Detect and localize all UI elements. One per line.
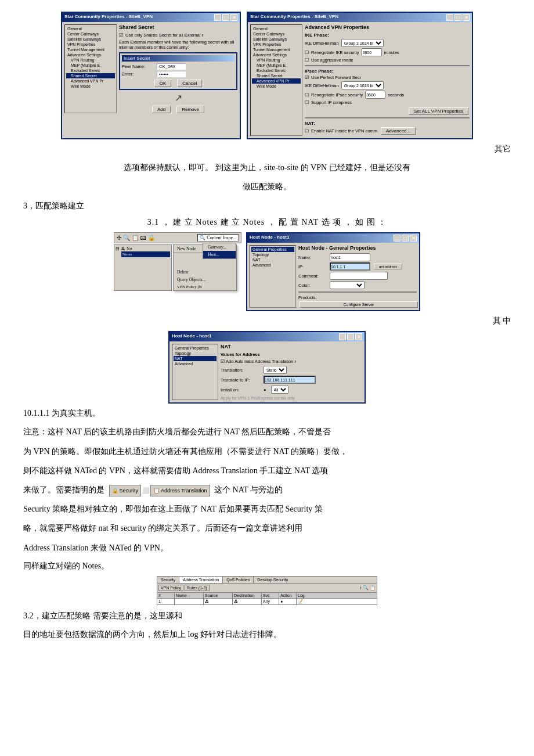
maximize-btn-2[interactable]: □ [454,14,461,21]
color-select[interactable] [330,281,365,289]
advanced-nat-btn[interactable]: Advanced... [381,127,416,135]
nat-nav-nat[interactable]: NAT [174,356,217,361]
host-nav-nat[interactable]: NAT [251,257,294,262]
maximize-btn[interactable]: □ [222,14,229,21]
nav-item-satellite[interactable]: Satellite Gateways [66,37,115,42]
section3-heading: 3，匹配策略建立 [23,201,511,211]
tool-icon-4[interactable]: 🖂 [140,235,146,241]
vpn2-nav-shared[interactable]: Shared Secret [252,73,301,78]
vpn2-nav-adv-vpn[interactable]: Advanced VPN Pr [252,78,301,84]
vpn2-nav-general[interactable]: General [252,26,301,31]
close-btn-2[interactable]: ✕ [463,14,470,21]
tool-icon-1[interactable]: ✢ [117,235,121,241]
tab-qos[interactable]: QoS Policies [223,577,254,583]
nav-item-vpn-routing[interactable]: VPN Routing [66,57,115,63]
tree-area: ⊟ 🖧 No Notes New Node ▶ [114,244,241,291]
nav-item-general[interactable]: General [66,26,115,31]
close-btn[interactable]: ✕ [230,14,237,21]
rules-btn[interactable]: Rules (1-3) [185,585,210,591]
nav-item-wire-mode[interactable]: Wire Mode [66,84,115,89]
host-nav-general[interactable]: General Properties [251,247,294,252]
tab-security[interactable]: Security [157,577,179,583]
translate-to-label: Translate to IP: [221,377,261,383]
vpn2-nav-center[interactable]: Center Gateways [252,31,301,37]
delete-item[interactable]: Delete [174,268,236,276]
host-nav-advanced[interactable]: Advanced [251,262,294,268]
peer-name-value[interactable]: CK_GW [157,63,186,70]
tab-address-translation[interactable]: Address Translation [179,577,223,583]
host-close-btn[interactable]: ✕ [410,235,417,242]
configure-server-button[interactable]: Configure Server [300,301,418,308]
remove-button[interactable]: Remove [176,106,204,113]
nat-nav-advanced[interactable]: Advanced [174,361,217,366]
nat-max-btn[interactable]: □ [347,333,354,340]
host-item[interactable]: Host... [203,251,236,258]
query-objects-item[interactable]: Query Objects... [174,276,236,283]
host-nav-topology[interactable]: Topology [251,252,294,257]
host-comment-input[interactable] [330,272,388,280]
nat-min-btn[interactable]: _ [339,333,346,340]
policy-manager-sim: Security Address Translation QoS Policie… [157,576,377,605]
vpn2-nav-vpn-routing[interactable]: VPN Routing [252,57,301,63]
search-box[interactable]: 🔍 Content Inspe... [197,234,239,242]
nat-close-btn[interactable]: ✕ [355,333,362,340]
nav-item-adv-settings[interactable]: Advanced Settings [66,52,115,57]
nat-nav-general[interactable]: General Properties [174,345,217,351]
tool-btn-1[interactable]: ↕ [359,585,362,591]
tab-desktop[interactable]: Desktop Security [254,577,291,583]
vpn2-nav-adv[interactable]: Advanced Settings [252,52,301,57]
vpn2-nav-tunnel[interactable]: Tunnel Management [252,47,301,52]
nav-item-shared-secret[interactable]: Shared Secret [66,73,115,78]
gateway-item[interactable]: Gateway... [203,243,236,251]
ipsec-group-select[interactable]: Group 2 1024 bi [341,81,384,89]
add-button[interactable]: Add [152,106,171,113]
ike-group-select[interactable]: Group 2 1024 bi [341,39,384,47]
section3-2-label: 3.2，建立匹配策略 [23,611,91,621]
tool-icon-2[interactable]: 🔍 [123,235,130,241]
tool-btn-2[interactable]: 🔍 [363,585,369,591]
notes-item[interactable]: Notes [121,251,170,257]
tool-btn-3[interactable]: 📋 [370,585,376,591]
tool-icon-5[interactable]: 🔒 [148,235,155,241]
translate-to-input[interactable] [264,376,316,384]
nat-nav-topology[interactable]: Topology [174,351,217,356]
vpn2-nav-props[interactable]: VPN Properties [252,42,301,47]
col-num: # [157,593,175,598]
vpn2-nav-wire[interactable]: Wire Mode [252,84,301,89]
vpn-window-2-titlebar: Star Community Properties - SiteB_VPN _ … [248,13,472,22]
nat-left-nav: General Properties Topology NAT Advanced [172,344,218,400]
nav-item-vpn-props[interactable]: VPN Properties [66,42,115,47]
row-svc: Any [262,599,279,604]
vpn-policy-btn[interactable]: VPN Policy [158,585,183,591]
vpn2-nav-excluded[interactable]: Excluded Servic [252,68,301,73]
install-on-select[interactable]: All [271,386,288,394]
nav-item-excluded[interactable]: Excluded Servic [66,68,115,73]
nav-item-tunnel-mgmt[interactable]: Tunnel Management [66,47,115,52]
host-max-btn[interactable]: □ [402,235,409,242]
host-ip-input[interactable] [330,262,370,271]
ipsec-seconds-input[interactable] [365,91,385,99]
row-name [175,599,204,604]
minimize-btn-2[interactable]: _ [446,14,453,21]
ike-minutes-input[interactable] [362,48,382,56]
ok-button[interactable]: OK [154,80,172,87]
cancel-button[interactable]: Cancel [177,80,202,87]
tool-icon-3[interactable]: 📋 [132,235,139,241]
minimize-btn[interactable]: _ [214,14,221,21]
new-node-submenu: Gateway... Host... [203,243,236,259]
nav-item-mep[interactable]: MEP (Multiple E [66,63,115,68]
values-label: Values for Address [221,352,362,357]
set-all-vpn-button[interactable]: Set ALL VPN Properties [409,107,468,115]
nav-item-adv-vpn[interactable]: Advanced VPN Pr [66,78,115,84]
translation-select[interactable]: Static [264,366,287,374]
vpn2-nav-mep[interactable]: MEP (Multiple E [252,63,301,68]
collapse-icon[interactable]: ⊟ [116,246,120,251]
vpn-policy-item[interactable]: VPN Policy (N [174,283,236,290]
get-address-button[interactable]: get address [374,264,402,269]
arrow-between: ⬜ [142,485,149,496]
vpn2-nav-satellite[interactable]: Satellite Gateways [252,37,301,42]
enter-value[interactable]: •••••• [157,71,186,77]
host-name-input[interactable] [330,253,370,261]
nav-item-center-gw[interactable]: Center Gateways [66,31,115,37]
host-min-btn[interactable]: _ [394,235,400,242]
